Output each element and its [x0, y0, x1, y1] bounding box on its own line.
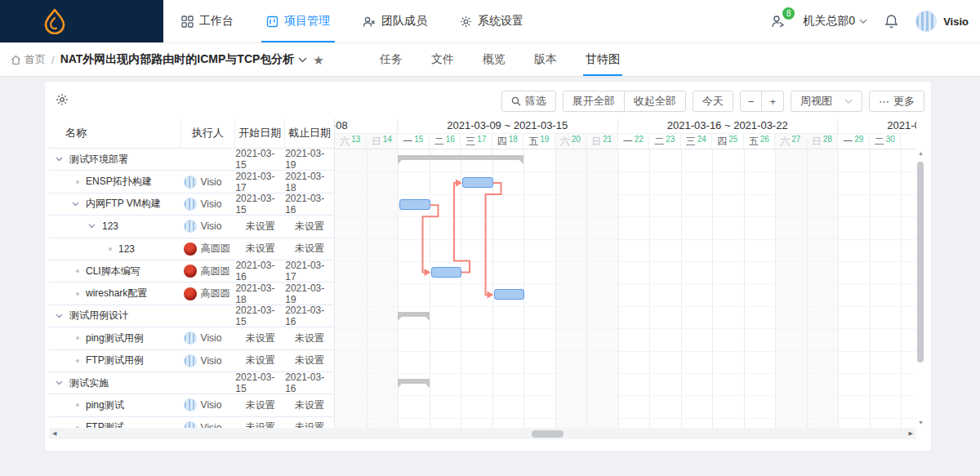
start-date: 2021-03-16	[235, 260, 285, 282]
gantt-day-label: 二16	[430, 134, 461, 149]
expand-all-button[interactable]: 展开全部	[563, 91, 625, 112]
table-row[interactable]: ENSP拓扑构建Visio2021-03-172021-03-18	[49, 171, 334, 193]
gantt-task-bar[interactable]	[431, 267, 462, 278]
scroll-right-icon[interactable]: ▶	[909, 428, 913, 439]
menu-label: 团队成员	[381, 14, 427, 29]
gantt-summary-bar[interactable]	[398, 155, 523, 160]
breadcrumb-home[interactable]: 首页	[11, 52, 46, 67]
project-tabs: 任务 文件 概览 版本 甘特图	[377, 43, 622, 76]
zoom-in-button[interactable]: +	[761, 91, 784, 112]
collapse-chevron-icon[interactable]	[56, 157, 63, 162]
app-logo[interactable]	[0, 0, 163, 42]
zoom-out-button[interactable]: −	[740, 91, 763, 112]
grid-vline	[430, 149, 430, 428]
scroll-down-icon[interactable]: ▼	[916, 420, 925, 426]
assignee-name: Visio	[201, 332, 222, 344]
end-date: 2021-03-19	[285, 149, 334, 170]
breadcrumb-separator: /	[51, 54, 55, 66]
end-date: 未设置	[285, 238, 334, 260]
project-title[interactable]: NAT外网出现内部路由时的ICMP与TCP包分析	[60, 52, 308, 67]
collapse-chevron-icon[interactable]	[72, 202, 79, 207]
grid-vline	[901, 149, 902, 428]
grid-vline	[681, 149, 682, 428]
task-name: 123	[102, 220, 118, 232]
gantt-summary-bar[interactable]	[398, 379, 430, 384]
table-row[interactable]: 123Visio未设置未设置	[49, 216, 334, 238]
leaf-bullet-icon	[76, 426, 79, 428]
grid-vline	[838, 149, 839, 428]
collapse-chevron-icon[interactable]	[56, 314, 63, 318]
menu-item-team[interactable]: 团队成员	[354, 0, 435, 42]
grid-hline	[335, 216, 916, 217]
menu-item-projects[interactable]: 项目管理	[258, 0, 338, 42]
tab-overview[interactable]: 概览	[480, 43, 508, 76]
table-row[interactable]: 123高圆圆未设置未设置	[49, 238, 334, 260]
gantt-summary-bar[interactable]	[398, 312, 430, 317]
start-date: 未设置	[235, 238, 285, 260]
table-row[interactable]: ping测试Visio未设置未设置	[49, 394, 334, 416]
view-mode-select[interactable]: 周视图	[791, 91, 862, 112]
breadcrumb-bar: 首页 / NAT外网出现内部路由时的ICMP与TCP包分析 ★ 任务 文件 概览…	[0, 43, 980, 77]
bell-icon[interactable]	[884, 14, 898, 29]
start-date: 2021-03-18	[235, 282, 285, 304]
assignee-cell: Visio	[181, 171, 236, 192]
gantt-week-label: 2021-03-02 ~ 2021-03-08	[335, 118, 398, 133]
view-mode-value: 周视图	[800, 94, 832, 109]
weekend-column	[555, 149, 587, 428]
gantt-area: 名称 执行人 开始日期 截止日期 测试环境部署2021-03-152021-03…	[45, 118, 931, 439]
table-row[interactable]: ping测试用例Visio未设置未设置	[49, 327, 334, 349]
menu-item-workbench[interactable]: 工作台	[173, 0, 242, 42]
grid-vline	[744, 149, 745, 428]
more-button[interactable]: ⋯ 更多	[869, 91, 924, 112]
today-button[interactable]: 今天	[693, 91, 733, 112]
task-table-body: 测试环境部署2021-03-152021-03-19ENSP拓扑构建Visio2…	[49, 149, 334, 428]
assignee-cell: Visio	[181, 327, 236, 349]
end-date: 未设置	[285, 350, 334, 371]
tab-files[interactable]: 文件	[429, 43, 457, 76]
tab-gantt[interactable]: 甘特图	[583, 43, 622, 76]
table-row[interactable]: 内网FTP VM构建Visio2021-03-152021-03-16	[49, 194, 334, 216]
table-row[interactable]: FTP测试Visio未设置未设置	[49, 417, 334, 428]
filter-button[interactable]: 筛选	[501, 91, 556, 112]
gantt-day-label: 二30	[870, 134, 902, 149]
horizontal-scrollbar[interactable]: ◀ ▶	[49, 428, 916, 439]
collapse-chevron-icon[interactable]	[88, 224, 96, 229]
table-row[interactable]: 测试实施2021-03-152021-03-16	[49, 372, 334, 394]
gantt-task-bar[interactable]	[399, 199, 430, 210]
collaboration-button[interactable]: 8	[770, 14, 786, 29]
end-date: 2021-03-18	[285, 171, 334, 192]
collapse-chevron-icon[interactable]	[56, 380, 63, 385]
org-switcher[interactable]: 机关总部0	[803, 14, 867, 29]
tab-tasks[interactable]: 任务	[377, 43, 405, 76]
scroll-up-icon[interactable]: ▲	[916, 150, 925, 157]
table-row[interactable]: FTP测试用例Visio未设置未设置	[49, 350, 334, 372]
assignee-name: Visio	[201, 198, 222, 210]
grid-vline	[807, 149, 808, 428]
table-row[interactable]: 测试用例设计2021-03-152021-03-16	[49, 305, 334, 327]
gantt-task-bar[interactable]	[494, 289, 525, 300]
start-date: 2021-03-15	[235, 372, 285, 394]
tab-versions[interactable]: 版本	[532, 43, 559, 76]
grid-vline	[586, 149, 587, 428]
user-menu[interactable]: Visio	[915, 11, 969, 32]
task-name: ENSP拓扑构建	[86, 175, 152, 189]
task-name: FTP测试	[86, 420, 124, 428]
grid-vline	[555, 149, 556, 428]
horizontal-scrollbar-thumb[interactable]	[532, 430, 564, 438]
menu-item-settings[interactable]: 系统设置	[452, 0, 532, 42]
collapse-all-button[interactable]: 收起全部	[624, 91, 686, 112]
gantt-settings-button[interactable]	[56, 93, 69, 106]
vertical-scrollbar[interactable]: ▲ ▼	[916, 150, 925, 426]
scroll-left-icon[interactable]: ◀	[52, 428, 56, 439]
table-row[interactable]: 测试环境部署2021-03-152021-03-19	[49, 149, 334, 171]
table-row[interactable]: wireshark配置高圆圆2021-03-182021-03-19	[49, 282, 334, 305]
gantt-day-label: 三24	[681, 134, 713, 149]
favorite-star-icon[interactable]: ★	[313, 54, 323, 66]
end-date: 2021-03-16	[285, 194, 334, 215]
gear-icon	[56, 93, 69, 106]
vertical-scrollbar-thumb[interactable]	[917, 162, 924, 363]
gear-icon	[460, 16, 472, 28]
gantt-task-bar[interactable]	[462, 177, 493, 188]
table-row[interactable]: CLI脚本编写高圆圆2021-03-162021-03-17	[49, 260, 334, 282]
gantt-day-label: 四25	[712, 134, 744, 149]
